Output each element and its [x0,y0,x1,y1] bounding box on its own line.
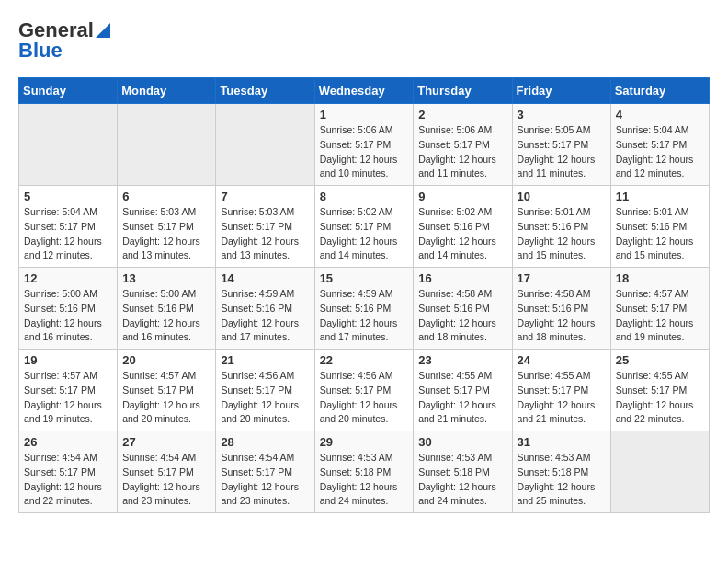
day-info: Sunrise: 5:01 AMSunset: 5:16 PMDaylight:… [518,205,606,263]
logo-blue: Blue [18,39,63,63]
calendar-cell: 14Sunrise: 4:59 AMSunset: 5:16 PMDayligh… [216,268,314,350]
logo-triangle-icon [96,21,110,38]
day-number: 28 [221,435,309,449]
day-info: Sunrise: 5:00 AMSunset: 5:16 PMDaylight:… [24,287,112,345]
day-number: 18 [616,271,704,285]
day-number: 8 [320,190,409,203]
calendar-header-wednesday: Wednesday [314,78,414,104]
day-info: Sunrise: 5:03 AMSunset: 5:17 PMDaylight:… [122,205,210,263]
day-number: 29 [320,435,409,449]
calendar-header-saturday: Saturday [610,78,709,104]
calendar-cell: 1Sunrise: 5:06 AMSunset: 5:17 PMDaylight… [314,104,414,186]
day-number: 26 [24,435,112,449]
calendar-header-sunday: Sunday [19,78,118,104]
day-info: Sunrise: 5:03 AMSunset: 5:17 PMDaylight:… [221,205,309,263]
calendar-cell: 17Sunrise: 4:58 AMSunset: 5:16 PMDayligh… [512,268,610,350]
calendar-cell: 3Sunrise: 5:05 AMSunset: 5:17 PMDaylight… [512,104,610,186]
day-number: 7 [221,190,309,203]
logo: General Blue [18,18,110,63]
day-info: Sunrise: 5:01 AMSunset: 5:16 PMDaylight:… [616,205,704,263]
day-number: 19 [24,353,112,367]
calendar-cell: 22Sunrise: 4:56 AMSunset: 5:17 PMDayligh… [314,350,414,431]
calendar-cell: 10Sunrise: 5:01 AMSunset: 5:16 PMDayligh… [512,186,610,268]
calendar-cell: 26Sunrise: 4:54 AMSunset: 5:17 PMDayligh… [19,431,118,513]
day-info: Sunrise: 5:04 AMSunset: 5:17 PMDaylight:… [24,205,112,263]
day-number: 22 [320,353,409,367]
day-number: 3 [518,108,606,121]
day-info: Sunrise: 5:02 AMSunset: 5:16 PMDaylight:… [418,205,506,263]
day-info: Sunrise: 4:54 AMSunset: 5:17 PMDaylight:… [24,451,112,509]
day-number: 10 [518,190,606,203]
day-info: Sunrise: 4:58 AMSunset: 5:16 PMDaylight:… [418,287,506,345]
day-number: 13 [122,271,210,285]
day-number: 20 [122,353,210,367]
day-number: 4 [616,108,704,121]
calendar-cell: 25Sunrise: 4:55 AMSunset: 5:17 PMDayligh… [610,350,709,431]
calendar-header-row: SundayMondayTuesdayWednesdayThursdayFrid… [19,78,710,104]
day-number: 12 [24,271,112,285]
calendar-cell: 29Sunrise: 4:53 AMSunset: 5:18 PMDayligh… [314,431,414,513]
calendar-cell: 30Sunrise: 4:53 AMSunset: 5:18 PMDayligh… [414,431,512,513]
day-number: 1 [320,108,409,121]
day-info: Sunrise: 4:55 AMSunset: 5:17 PMDaylight:… [418,369,506,427]
day-info: Sunrise: 4:59 AMSunset: 5:16 PMDaylight:… [221,287,309,345]
day-info: Sunrise: 4:53 AMSunset: 5:18 PMDaylight:… [320,451,409,509]
day-info: Sunrise: 4:57 AMSunset: 5:17 PMDaylight:… [616,287,704,345]
day-number: 21 [221,353,309,367]
day-info: Sunrise: 5:02 AMSunset: 5:17 PMDaylight:… [320,205,409,263]
day-number: 15 [320,271,409,285]
calendar-cell: 11Sunrise: 5:01 AMSunset: 5:16 PMDayligh… [610,186,709,268]
day-info: Sunrise: 5:06 AMSunset: 5:17 PMDaylight:… [418,123,506,181]
day-number: 23 [418,353,506,367]
calendar-week-row: 26Sunrise: 4:54 AMSunset: 5:17 PMDayligh… [19,431,710,513]
calendar-cell: 2Sunrise: 5:06 AMSunset: 5:17 PMDaylight… [414,104,512,186]
calendar-cell: 31Sunrise: 4:53 AMSunset: 5:18 PMDayligh… [512,431,610,513]
day-info: Sunrise: 4:56 AMSunset: 5:17 PMDaylight:… [320,369,409,427]
calendar-cell [610,431,709,513]
day-number: 27 [122,435,210,449]
calendar-cell: 21Sunrise: 4:56 AMSunset: 5:17 PMDayligh… [216,350,314,431]
calendar-cell: 7Sunrise: 5:03 AMSunset: 5:17 PMDaylight… [216,186,314,268]
day-info: Sunrise: 4:55 AMSunset: 5:17 PMDaylight:… [616,369,704,427]
day-info: Sunrise: 4:58 AMSunset: 5:16 PMDaylight:… [518,287,606,345]
calendar-cell: 15Sunrise: 4:59 AMSunset: 5:16 PMDayligh… [314,268,414,350]
calendar-table: SundayMondayTuesdayWednesdayThursdayFrid… [18,77,710,513]
calendar-cell: 27Sunrise: 4:54 AMSunset: 5:17 PMDayligh… [118,431,216,513]
day-number: 17 [518,271,606,285]
day-info: Sunrise: 4:55 AMSunset: 5:17 PMDaylight:… [518,369,606,427]
day-info: Sunrise: 4:53 AMSunset: 5:18 PMDaylight:… [518,451,606,509]
day-info: Sunrise: 4:54 AMSunset: 5:17 PMDaylight:… [122,451,210,509]
calendar-cell: 20Sunrise: 4:57 AMSunset: 5:17 PMDayligh… [118,350,216,431]
day-number: 5 [24,190,112,203]
day-info: Sunrise: 4:54 AMSunset: 5:17 PMDaylight:… [221,451,309,509]
calendar-header-monday: Monday [118,78,216,104]
calendar-header-tuesday: Tuesday [216,78,314,104]
calendar-week-row: 5Sunrise: 5:04 AMSunset: 5:17 PMDaylight… [19,186,710,268]
day-number: 11 [616,190,704,203]
day-info: Sunrise: 5:06 AMSunset: 5:17 PMDaylight:… [320,123,409,181]
day-info: Sunrise: 4:56 AMSunset: 5:17 PMDaylight:… [221,369,309,427]
day-number: 30 [418,435,506,449]
calendar-cell: 18Sunrise: 4:57 AMSunset: 5:17 PMDayligh… [610,268,709,350]
calendar-header-friday: Friday [512,78,610,104]
calendar-week-row: 12Sunrise: 5:00 AMSunset: 5:16 PMDayligh… [19,268,710,350]
day-info: Sunrise: 5:05 AMSunset: 5:17 PMDaylight:… [518,123,606,181]
calendar-header-thursday: Thursday [414,78,512,104]
day-info: Sunrise: 4:53 AMSunset: 5:18 PMDaylight:… [418,451,506,509]
calendar-cell [118,104,216,186]
calendar-cell [216,104,314,186]
calendar-cell: 9Sunrise: 5:02 AMSunset: 5:16 PMDaylight… [414,186,512,268]
calendar-cell: 24Sunrise: 4:55 AMSunset: 5:17 PMDayligh… [512,350,610,431]
calendar-cell: 8Sunrise: 5:02 AMSunset: 5:17 PMDaylight… [314,186,414,268]
calendar-cell: 23Sunrise: 4:55 AMSunset: 5:17 PMDayligh… [414,350,512,431]
calendar-cell: 12Sunrise: 5:00 AMSunset: 5:16 PMDayligh… [19,268,118,350]
calendar-cell: 5Sunrise: 5:04 AMSunset: 5:17 PMDaylight… [19,186,118,268]
calendar-cell: 6Sunrise: 5:03 AMSunset: 5:17 PMDaylight… [118,186,216,268]
day-number: 6 [122,190,210,203]
day-info: Sunrise: 4:59 AMSunset: 5:16 PMDaylight:… [320,287,409,345]
day-info: Sunrise: 4:57 AMSunset: 5:17 PMDaylight:… [122,369,210,427]
day-number: 2 [418,108,506,121]
calendar-cell: 28Sunrise: 4:54 AMSunset: 5:17 PMDayligh… [216,431,314,513]
page-header: General Blue [18,18,710,63]
svg-marker-0 [96,23,110,38]
